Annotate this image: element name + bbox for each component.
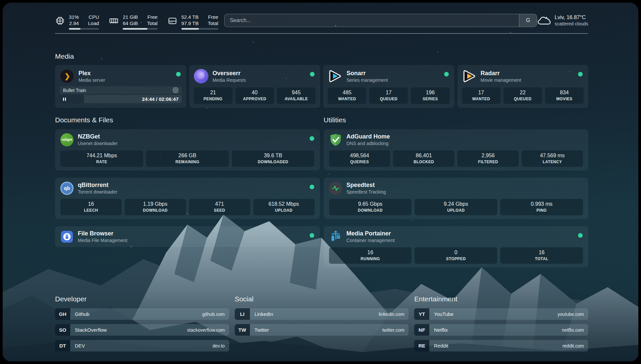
- now-playing-title: Bullet Train: [63, 88, 86, 93]
- stat-block: 86,401BLOCKED: [393, 150, 454, 167]
- card-speedtest[interactable]: Speedtest Speedtest Tracking 9.65 GbpsDO…: [324, 178, 589, 219]
- qbittorrent-icon: qb: [60, 182, 74, 195]
- bookmark-url: linkedin.com: [379, 312, 409, 317]
- stat-block: 21PENDING: [194, 87, 232, 104]
- playback-progress-bar: 24:44 / 02:06:47: [60, 95, 182, 103]
- bookmark-stackoverflow[interactable]: SO StackOverflow stackoverflow.com: [55, 324, 229, 336]
- memory-stat-group: 21 GiB 64 GiB Free Total: [109, 14, 158, 30]
- memory-total-label: Total: [147, 20, 158, 26]
- stat-block: 744.21 MbpsRATE: [60, 150, 143, 167]
- bookmark-github[interactable]: GH Github github.com: [55, 308, 229, 320]
- documents-column: Documents & Files nzbget NZBGet Usenet d…: [55, 108, 320, 275]
- card-title: Overseerr: [213, 70, 246, 77]
- stat-block: 0STOPPED: [414, 247, 497, 264]
- pause-icon: [63, 98, 66, 101]
- stat-block: 945AVAILABLE: [277, 87, 316, 104]
- disk-total-value: 97.9 TB: [181, 20, 198, 26]
- card-subtitle: Torrent downloader: [78, 189, 117, 195]
- section-title-media: Media: [55, 52, 588, 60]
- cloud-icon: [537, 15, 551, 26]
- memory-free-label: Free: [147, 14, 158, 20]
- section-title-entertainment: Entertainment: [414, 295, 588, 303]
- bookmark-abbr: NF: [414, 324, 429, 336]
- stat-block: 16LEECH: [60, 199, 122, 215]
- card-subtitle: Usenet downloader: [78, 140, 118, 146]
- now-playing-row: Bullet Train: [60, 86, 182, 94]
- card-nzbget[interactable]: nzbget NZBGet Usenet downloader 744.21 M…: [55, 129, 320, 170]
- cpu-stat-group: 31% 2.94 CPU Load: [55, 14, 99, 30]
- cpu-usage-label: CPU: [89, 14, 99, 20]
- status-dot: [176, 72, 181, 76]
- search-input[interactable]: [225, 14, 519, 27]
- system-stats: 31% 2.94 CPU Load: [55, 14, 218, 30]
- adguard-icon: [329, 133, 342, 146]
- bookmark-twitter[interactable]: TW Twitter twitter.com: [235, 324, 409, 336]
- playback-time: 24:44 / 02:06:47: [142, 96, 182, 102]
- card-subtitle: Movie management: [481, 77, 521, 83]
- stat-block: 9.65 GbpsDOWNLOAD: [329, 199, 412, 215]
- stat-block: 22QUEUED: [504, 87, 542, 104]
- google-search-button[interactable]: G: [519, 14, 537, 27]
- bookmark-dev[interactable]: DT DEV dev.to: [55, 340, 229, 351]
- card-subtitle: Series management: [347, 77, 388, 83]
- bookmark-name: DEV: [70, 343, 85, 349]
- bookmark-url: netflix.com: [562, 327, 588, 333]
- section-title-social: Social: [235, 295, 409, 303]
- card-overseerr[interactable]: Overseerr Media Requests 21PENDING 40APP…: [189, 65, 320, 108]
- sonarr-icon: [328, 69, 342, 83]
- weather-location-temp: Lviv, 16.87°C: [555, 14, 588, 21]
- memory-total-value: 64 GiB: [123, 20, 138, 26]
- bookmark-url: youtube.com: [558, 312, 588, 317]
- filebrowser-icon: [60, 230, 74, 243]
- card-title: qBittorrent: [78, 181, 117, 189]
- bookmark-abbr: GH: [55, 308, 70, 320]
- bookmark-abbr: DT: [55, 340, 70, 351]
- bookmark-abbr: TW: [235, 324, 250, 336]
- status-dot: [578, 233, 583, 238]
- bookmark-youtube[interactable]: YT YouTube youtube.com: [414, 308, 588, 320]
- utilities-column: Utilities AdGuard Home DNS and adblockin…: [324, 108, 589, 275]
- disk-total-label: Total: [208, 20, 218, 26]
- memory-free-value: 21 GiB: [123, 14, 138, 20]
- cpu-chip-icon: [55, 16, 65, 26]
- card-title: Plex: [78, 70, 105, 77]
- card-title: Speedtest: [347, 181, 386, 189]
- section-title-documents: Documents & Files: [55, 116, 320, 124]
- memory-progress-bar: [123, 28, 158, 30]
- bookmark-netflix[interactable]: NF Netflix netflix.com: [414, 324, 588, 336]
- card-title: Radarr: [481, 70, 521, 77]
- card-plex[interactable]: ❯ Plex Media server Bullet Train: [55, 65, 186, 108]
- stat-block: 266 GBREMAINING: [146, 150, 229, 167]
- weather-condition: scattered clouds: [555, 21, 588, 27]
- plex-icon: ❯: [60, 69, 74, 83]
- bookmark-url: twitter.com: [382, 327, 409, 333]
- bookmark-reddit[interactable]: RE Reddit reddit.com: [414, 340, 588, 351]
- status-dot: [310, 233, 314, 238]
- card-portainer[interactable]: Media Portainer Container management 16R…: [324, 226, 589, 267]
- disk-progress-bar: [181, 28, 218, 30]
- status-dot: [578, 72, 583, 76]
- card-title: AdGuard Home: [347, 133, 390, 140]
- card-qbittorrent[interactable]: qb qBittorrent Torrent downloader 16LEEC…: [55, 178, 320, 219]
- cpu-load-label: Load: [88, 20, 99, 26]
- cpu-load-value: 2.94: [69, 20, 79, 26]
- memory-icon: [109, 16, 119, 26]
- bookmark-abbr: RE: [414, 340, 429, 351]
- card-subtitle: Media File Management: [78, 237, 127, 243]
- bookmark-name: Netflix: [429, 327, 448, 333]
- portainer-icon: [329, 230, 342, 243]
- overseerr-icon: [194, 69, 208, 83]
- card-subtitle: Media Requests: [213, 77, 246, 83]
- bookmark-linkedin[interactable]: LI LinkedIn linkedin.com: [235, 308, 409, 320]
- status-dot: [310, 136, 314, 141]
- stat-block: 16RUNNING: [329, 247, 412, 264]
- stat-block: 47.569 msLATENCY: [522, 150, 583, 167]
- card-adguard[interactable]: AdGuard Home DNS and adblocking 498,564Q…: [324, 129, 589, 170]
- stat-block: 196SERIES: [411, 87, 449, 104]
- card-sonarr[interactable]: Sonarr Series management 485WANTED 17QUE…: [323, 65, 454, 108]
- status-dot: [310, 72, 315, 76]
- nzbget-icon: nzbget: [60, 133, 74, 146]
- card-filebrowser[interactable]: File Browser Media File Management: [55, 226, 320, 247]
- card-radarr[interactable]: Radarr Movie management 17WANTED 22QUEUE…: [457, 65, 589, 108]
- disk-free-value: 52.4 TB: [181, 14, 198, 20]
